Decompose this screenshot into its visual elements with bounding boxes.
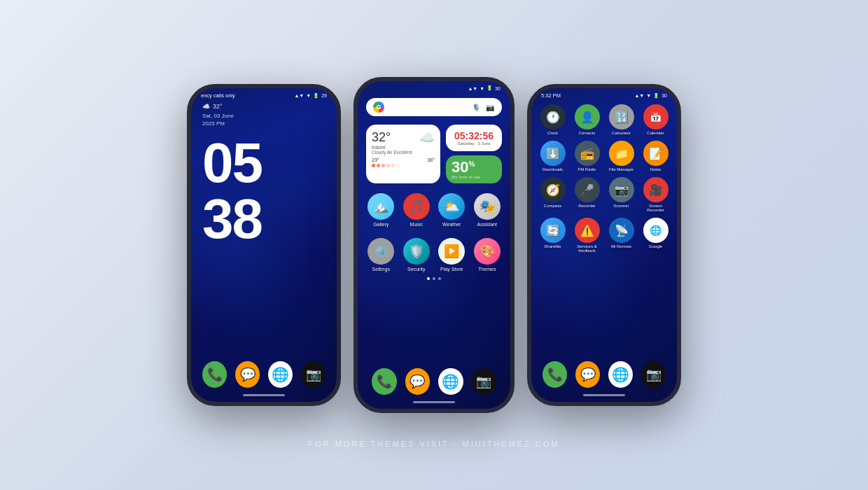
phone-2-app-grid-2: ⚙️ Settings 🛡️ Security ▶️ Play Store 🎨 …: [366, 238, 502, 272]
clock-icon: 🕐: [540, 104, 566, 130]
phone-3-bat-pct: 30: [662, 93, 667, 98]
notes-label3: Notes: [650, 167, 662, 172]
watermark: FOR MORE THEMES VISIT - MIUITHEMEZ.COM: [308, 440, 559, 448]
dock-message-icon[interactable]: 💬: [235, 361, 260, 388]
app3-fmradio[interactable]: 📻 FM Radio: [571, 141, 603, 172]
app-security[interactable]: 🛡️ Security: [402, 238, 432, 272]
search-camera-icon[interactable]: 📷: [485, 102, 495, 112]
phone-3-dock: 📞 💬 🌐 📷: [531, 361, 677, 388]
app-weather[interactable]: ⛅ Weather: [437, 193, 467, 227]
app-themes[interactable]: 🎨 Themes: [472, 238, 503, 272]
mic-icon[interactable]: 🎙️: [471, 102, 481, 112]
phone-3-signal: ▲▼: [634, 93, 644, 98]
app-playstore[interactable]: ▶️ Play Store: [437, 238, 467, 272]
dock3-camera-icon[interactable]: 📷: [641, 361, 666, 388]
app3-miremote[interactable]: 📡 Mi Remote: [606, 218, 637, 253]
app3-calculator[interactable]: 🔢 Calculator: [606, 104, 637, 135]
phone-3-bottom-bar: [583, 394, 625, 396]
notes-icon: 📝: [643, 141, 668, 166]
app3-notes[interactable]: 📝 Notes: [640, 141, 671, 172]
scanner-icon: 📷: [609, 177, 634, 202]
battery-widget: 30% 0hr 0min of use: [446, 155, 502, 183]
phone-1-battery-icon: 🔋: [313, 93, 319, 99]
app-grid-row1: 🕐 Clock 👤 Contacts 🔢 Calculator 📅 Calend…: [537, 104, 671, 135]
miremote-icon: 📡: [609, 218, 634, 243]
phone-3-status-bar: 5:32 PM ▲▼ ▼ 🔋 30: [531, 88, 677, 100]
weather-max: 38°: [427, 158, 435, 162]
gallery-icon: 🏔️: [368, 193, 394, 220]
dock3-chrome-icon[interactable]: 🌐: [608, 361, 633, 388]
security-label: Security: [407, 267, 425, 272]
app3-calendar[interactable]: 📅 Calendar: [640, 104, 671, 135]
app-settings[interactable]: ⚙️ Settings: [366, 238, 396, 272]
services-icon: ⚠️: [575, 218, 600, 243]
app-gallery[interactable]: 🏔️ Gallery: [366, 193, 396, 227]
google-logo: G: [373, 102, 384, 113]
dock2-chrome-icon[interactable]: 🌐: [438, 368, 463, 395]
recorder-label3: Recorder: [578, 204, 596, 208]
cloud-icon: ☁️: [202, 103, 210, 110]
screenrecorder-label3: Screen Recorder: [640, 204, 671, 212]
phone-2-bottom-bar: [413, 401, 455, 403]
app3-clock[interactable]: 🕐 Clock: [537, 104, 568, 135]
assistant-label: Assistant: [477, 222, 497, 227]
dot2: [377, 164, 380, 167]
phone-2-dock: 📞 💬 🌐 📷: [358, 368, 510, 395]
compass-icon: 🧭: [540, 177, 566, 202]
battery-sub: 0hr 0min of use: [451, 175, 496, 179]
dock2-phone-icon[interactable]: 📞: [372, 368, 397, 395]
dock-camera-icon[interactable]: 📷: [301, 361, 326, 388]
weather-range: 23° 38°: [372, 158, 435, 162]
dock-chrome-icon[interactable]: 🌐: [268, 361, 293, 388]
app-assistant[interactable]: 🎭 Assistant: [472, 193, 503, 227]
dock3-message-icon[interactable]: 💬: [575, 361, 600, 388]
dock2-camera-icon[interactable]: 📷: [472, 368, 497, 395]
phone-3-status-right: ▲▼ ▼ 🔋 30: [634, 93, 667, 99]
assistant-icon: 🎭: [474, 193, 500, 220]
settings-icon: ⚙️: [368, 238, 394, 265]
phone-1-date1: Sat, 03 June: [202, 113, 326, 119]
filemanager-icon: 📁: [609, 141, 634, 166]
dock-phone-icon[interactable]: 📞: [202, 361, 227, 388]
dock2-message-icon[interactable]: 💬: [405, 368, 430, 395]
calc-icon: 🔢: [609, 104, 634, 130]
phone-1-signal-icons: ▲▼: [294, 93, 304, 98]
phone-3-status-left: 5:32 PM: [541, 92, 561, 99]
calendar-label3: Calendar: [647, 131, 664, 135]
weather-widget: 32° Indore Cloudy Air Excellent ☁️ 23° 3…: [366, 125, 440, 183]
playstore-icon: ▶️: [438, 238, 465, 265]
phone-2-bat-pct: 30: [495, 86, 500, 91]
app3-downloads[interactable]: ⬇️ Downloads: [537, 141, 568, 172]
google-label3: Google: [649, 244, 662, 248]
music-icon: 🎵: [403, 193, 430, 220]
fmradio-label3: FM Radio: [578, 167, 596, 172]
phone-1: ency calls only ▲▼ ▼ 🔋 29 ☁️ 32° Sat, 03…: [187, 84, 341, 406]
app3-filemanager[interactable]: 📁 File Manager: [606, 141, 637, 172]
app3-shareme[interactable]: 🔄 ShareMe: [537, 218, 568, 253]
weather-cloud-icon: ☁️: [419, 130, 435, 146]
phone-1-status-left: ency calls only: [201, 92, 235, 99]
calendar-icon: 📅: [643, 104, 668, 130]
phone-3-wifi: ▼: [646, 93, 651, 98]
phone-2-search-bar[interactable]: G 🎙️ 📷: [366, 98, 502, 116]
phone-2-status-right: ▲▼ ▼ 🔋 30: [468, 85, 500, 91]
phone-2: ▲▼ ▼ 🔋 30 G 🎙️ 📷: [354, 77, 514, 413]
app3-compass[interactable]: 🧭 Compass: [537, 177, 568, 212]
app3-scanner[interactable]: 📷 Scanner: [606, 177, 637, 212]
downloads-label3: Downloads: [542, 167, 564, 172]
app3-contacts[interactable]: 👤 Contacts: [571, 104, 603, 135]
app-music[interactable]: 🎵 Music: [402, 193, 432, 227]
clock-widget-time: 05:32:56: [454, 130, 493, 141]
phone-1-content: ☁️ 32° Sat, 03 June 2023 PM 05 38: [191, 100, 337, 400]
security-icon: 🛡️: [403, 238, 430, 265]
phone-1-minutes: 38: [202, 191, 326, 247]
app3-recorder[interactable]: 🎤 Recorder: [571, 177, 603, 212]
google-icon: 🌐: [643, 218, 668, 243]
dot4: [386, 164, 390, 167]
app3-google[interactable]: 🌐 Google: [640, 218, 671, 253]
dot6: [396, 164, 400, 167]
shareme-icon: 🔄: [540, 218, 566, 243]
app3-screenrecorder[interactable]: 🎥 Screen Recorder: [640, 177, 671, 212]
dock3-phone-icon[interactable]: 📞: [542, 361, 567, 388]
app3-services[interactable]: ⚠️ Services & feedback: [571, 218, 603, 253]
